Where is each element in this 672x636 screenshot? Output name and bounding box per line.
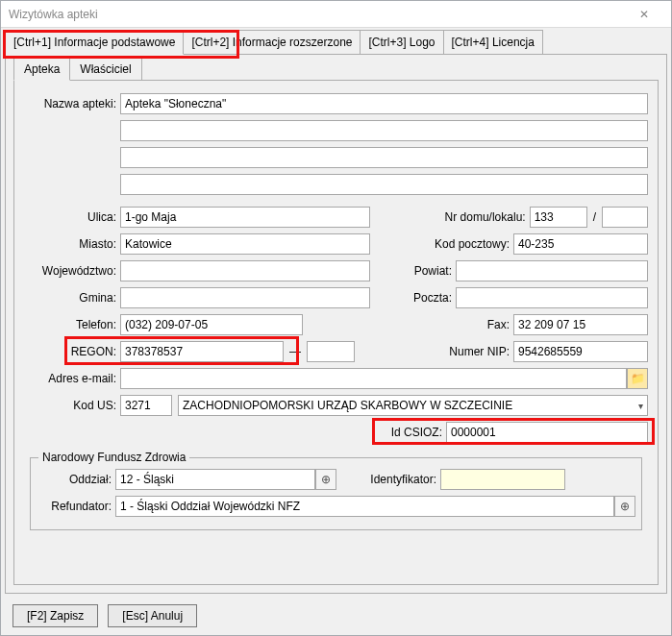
tab-basic-info[interactable]: [Ctrl+1] Informacje podstawowe (5, 30, 184, 55)
nip-input[interactable] (513, 341, 648, 362)
nfz-group: Narodowy Fundusz Zdrowia Oddział: 12 - Ś… (30, 457, 642, 530)
main-tabs: [Ctrl+1] Informacje podstawowe [Ctrl+2] … (1, 28, 671, 54)
tab-logo[interactable]: [Ctrl+3] Logo (360, 30, 443, 54)
regon-suffix-input[interactable] (307, 341, 355, 362)
label-csioz: Id CSIOZ: (379, 426, 446, 439)
tax-office-code-input[interactable] (120, 395, 172, 416)
phone-input[interactable] (120, 314, 303, 335)
dash-icon: — (284, 345, 307, 358)
refund-field[interactable]: 1 - Śląski Oddział Wojewódzki NFZ (115, 496, 614, 517)
tax-office-selected: ZACHODNIOPOMORSKI URZĄD SKARBOWY W SZCZE… (183, 399, 512, 412)
tab-extended-info[interactable]: [Ctrl+2] Informacje rozszerzone (183, 30, 361, 54)
county-input[interactable] (456, 260, 648, 281)
label-branch: Oddział: (37, 473, 115, 486)
label-commune: Gmina: (24, 291, 120, 305)
folder-icon: 📁 (631, 372, 645, 385)
post-input[interactable] (456, 287, 648, 308)
email-button[interactable]: 📁 (627, 368, 648, 389)
label-post: Poczta: (398, 291, 456, 305)
label-house-no: Nr domu/lokalu: (414, 210, 530, 224)
label-county: Powiat: (398, 264, 456, 278)
subtab-pharmacy[interactable]: Apteka (13, 58, 70, 81)
label-email: Adres e-mail: (24, 372, 120, 385)
street-input[interactable] (120, 207, 370, 228)
label-tax-office-code: Kod US: (24, 399, 120, 412)
label-nip: Numer NIP: (398, 345, 513, 358)
slash-icon: / (587, 210, 602, 224)
titlebar: Wizytówka apteki ✕ (1, 1, 671, 28)
footer: [F2] Zapisz [Esc] Anuluj (1, 597, 671, 635)
pharmacy-name-input-4[interactable] (120, 174, 648, 195)
tab-license[interactable]: [Ctrl+4] Licencja (443, 30, 543, 54)
subtab-owner[interactable]: Właściciel (69, 58, 141, 80)
form-pane: Nazwa apteki: Ulica: Nr domu/lokalu: / (13, 80, 659, 585)
label-phone: Telefon: (24, 318, 120, 331)
form: Nazwa apteki: Ulica: Nr domu/lokalu: / (14, 81, 658, 540)
label-province: Województwo: (24, 264, 120, 278)
chevron-down-icon: ▾ (635, 401, 643, 411)
house-no-input[interactable] (530, 207, 587, 228)
sub-tabs: Apteka Właściciel (6, 54, 666, 80)
branch-field[interactable]: 12 - Śląski (115, 469, 315, 490)
tab-pane: Apteka Właściciel Nazwa apteki: Ulica: (5, 54, 667, 594)
label-refund: Refundator: (37, 500, 115, 513)
label-identifier: Identyfikator: (354, 473, 440, 486)
pharmacy-name-input-2[interactable] (120, 120, 648, 141)
label-regon: REGON: (24, 345, 120, 358)
refund-add-button[interactable]: ⊕ (614, 496, 635, 517)
csioz-input[interactable] (446, 422, 648, 443)
branch-add-button[interactable]: ⊕ (315, 469, 336, 490)
close-icon: ✕ (639, 8, 649, 21)
branch-value: 12 - Śląski (120, 473, 311, 486)
label-name: Nazwa apteki: (24, 97, 120, 110)
nfz-group-title: Narodowy Fundusz Zdrowia (38, 451, 189, 464)
label-city: Miasto: (24, 237, 120, 251)
close-button[interactable]: ✕ (625, 1, 663, 27)
apt-no-input[interactable] (602, 207, 648, 228)
regon-input[interactable] (120, 341, 284, 362)
identifier-input[interactable] (440, 469, 565, 490)
plus-icon: ⊕ (620, 500, 630, 513)
label-street: Ulica: (24, 210, 120, 224)
tax-office-select[interactable]: ZACHODNIOPOMORSKI URZĄD SKARBOWY W SZCZE… (178, 395, 648, 416)
plus-icon: ⊕ (321, 473, 331, 486)
label-fax: Fax: (398, 318, 513, 331)
pharmacy-name-input[interactable] (120, 93, 648, 114)
fax-input[interactable] (513, 314, 648, 335)
pharmacy-name-input-3[interactable] (120, 147, 648, 168)
label-postcode: Kod pocztowy: (398, 237, 513, 251)
refund-value: 1 - Śląski Oddział Wojewódzki NFZ (120, 500, 610, 513)
postcode-input[interactable] (513, 233, 648, 255)
commune-input[interactable] (120, 287, 370, 308)
window-title: Wizytówka apteki (9, 8, 625, 21)
email-input[interactable] (120, 368, 627, 389)
city-input[interactable] (120, 233, 370, 255)
province-input[interactable] (120, 260, 370, 281)
cancel-button[interactable]: [Esc] Anuluj (108, 604, 197, 627)
pharmacy-card-window: Wizytówka apteki ✕ [Ctrl+1] Informacje p… (0, 0, 672, 636)
save-button[interactable]: [F2] Zapisz (12, 604, 98, 627)
